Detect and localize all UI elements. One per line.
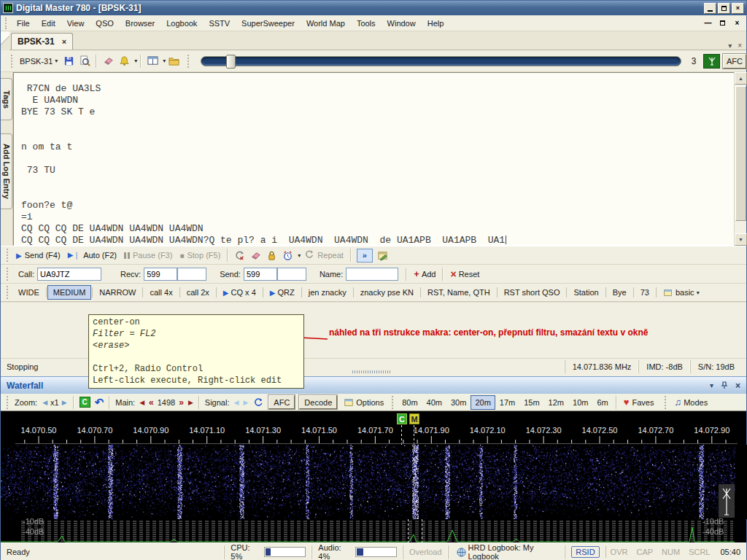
logbook-segment[interactable]: HRD Logbook: My Logbook [448,545,565,559]
macro-medium[interactable]: MEDIUM [47,285,92,300]
macro-rst-short-qso[interactable]: RST short QSO [498,285,566,300]
main-left-icon[interactable]: ◀ [139,399,144,406]
send-extra-input[interactable] [277,268,306,281]
print-preview-icon[interactable] [79,55,90,67]
macro-rst-name-qth[interactable]: RST, Name, QTH [422,285,496,300]
antenna-button[interactable] [703,54,720,69]
abort-tx-icon[interactable] [233,249,245,261]
recv-input[interactable] [144,268,177,281]
folder-options-icon[interactable] [168,55,179,67]
recv-extra-input[interactable] [177,268,206,281]
slider-track[interactable] [201,56,681,66]
waterfall-canvas[interactable] [1,445,747,519]
main-right-icon[interactable]: ▶ [188,399,193,406]
stop-button[interactable]: ■ Stop (F5) [176,249,224,261]
afc-toggle-button[interactable]: AFC [723,54,746,69]
menu-supersweeper[interactable]: SuperSweeper [236,17,301,30]
rx-scrollbar[interactable]: ▲ ▼ [734,72,746,246]
side-tab-add-log-entry[interactable]: Add Log Entry [1,133,12,209]
decode-button[interactable]: Decode [299,395,337,409]
restore-button[interactable] [718,3,730,14]
squelch-slider[interactable] [201,56,687,66]
lock-icon[interactable] [266,249,277,261]
mdi-restore-button[interactable] [716,18,729,28]
scroll-up-icon[interactable]: ▲ [735,72,747,85]
signal-right-icon[interactable]: ▶ [243,399,248,406]
macro-call-2x[interactable]: call 2x [181,285,215,300]
zoom-out-icon[interactable]: ◀ [42,399,47,406]
side-tab-tags[interactable]: Tags [1,78,12,120]
eraser-icon[interactable] [102,55,114,67]
antenna-handle-icon[interactable] [719,484,735,518]
slider-thumb[interactable] [226,55,236,69]
refresh-icon[interactable] [252,397,264,408]
signal-left-icon[interactable]: ◀ [233,399,239,406]
band-12m[interactable]: 12m [544,395,568,410]
waterfall-afc-button[interactable]: AFC [268,395,295,409]
name-input[interactable] [346,268,398,281]
mouse-marker[interactable]: M [409,413,419,424]
minimize-button[interactable] [704,3,716,14]
macro-narrow[interactable]: NARROW [93,285,142,300]
zoom-in-icon[interactable]: ▶ [62,399,67,406]
modes-button[interactable]: ♫ Modes [670,397,711,408]
macro-set-dropdown[interactable]: basic ▾ [657,284,705,300]
scroll-down-icon[interactable]: ▼ [735,233,747,246]
mode-dropdown[interactable]: BPSK-31 ▾ [17,55,61,67]
menu-window[interactable]: Window [382,17,422,30]
tab-bpsk31[interactable]: BPSK-31 × [11,33,73,50]
rsid-indicator[interactable]: RSID [571,546,599,558]
reset-button[interactable]: × Reset [446,267,483,281]
layout-icon[interactable] [147,55,158,67]
panel-close-icon[interactable]: × [735,381,740,391]
erase-text-icon[interactable] [249,249,261,261]
band-20m[interactable]: 20m [471,395,495,410]
splitter-grip[interactable] [352,370,390,373]
center-button[interactable]: C [80,397,90,408]
add-button[interactable]: + Add [410,267,439,281]
call-input[interactable] [37,268,101,281]
menu-edit[interactable]: Edit [36,17,61,30]
layout-dropdown-icon[interactable]: ▾ [163,58,166,64]
macro-qrz[interactable]: ▶ QRZ [264,285,301,300]
more-macros-button[interactable]: » [357,249,373,262]
band-30m[interactable]: 30m [446,395,471,410]
scrollbar-thumb[interactable] [735,86,746,221]
macro-editor-icon[interactable] [377,249,389,261]
macro-73[interactable]: 73 [635,285,655,300]
macro-wide[interactable]: WIDE [12,285,45,300]
menu-help[interactable]: Help [422,17,450,30]
menu-logbook[interactable]: Logbook [160,17,203,30]
menu-view[interactable]: View [61,17,90,30]
main-fast-left-icon[interactable]: « [149,397,154,408]
close-button[interactable]: × [732,3,744,14]
auto-button[interactable]: ▶｜ Auto (F2) [64,249,120,262]
panel-menu-icon[interactable]: ▾ [710,381,713,389]
main-fast-right-icon[interactable]: » [179,397,184,408]
macro-jen-znacky[interactable]: jen znacky [303,285,352,300]
band-15m[interactable]: 15m [519,395,543,410]
options-button[interactable]: Options [339,397,387,408]
tab-close-icon[interactable]: × [62,37,66,46]
menu-world-map[interactable]: World Map [301,17,351,30]
band-40m[interactable]: 40m [422,395,446,410]
center-marker[interactable]: C [397,413,407,424]
send-button[interactable]: ▶ Send (F4) [12,249,64,261]
rsid-segment[interactable]: RSID [565,545,605,559]
band-17m[interactable]: 17m [495,395,519,410]
macro-call-4x[interactable]: call 4x [144,285,178,300]
repeat-button[interactable]: Repeat [301,248,347,262]
waterfall-display[interactable]: C M 14.070.5014.070.7014.070.9014.071.10… [1,411,746,542]
menu-tools[interactable]: Tools [351,17,382,30]
band-10m[interactable]: 10m [568,395,592,410]
menu-file[interactable]: File [11,17,36,30]
menu-sstv[interactable]: SSTV [203,17,236,30]
menu-qso[interactable]: QSO [90,17,119,30]
macro-bye[interactable]: Bye [607,285,632,300]
tab-strip-close-icon[interactable]: × [738,42,742,50]
alert-bell-icon[interactable] [118,55,130,67]
band-6m[interactable]: 6m [592,395,612,410]
mdi-close-button[interactable]: × [731,18,743,28]
tab-list-dropdown-icon[interactable]: ▾ [728,42,732,50]
macro-station[interactable]: Station [568,285,604,300]
